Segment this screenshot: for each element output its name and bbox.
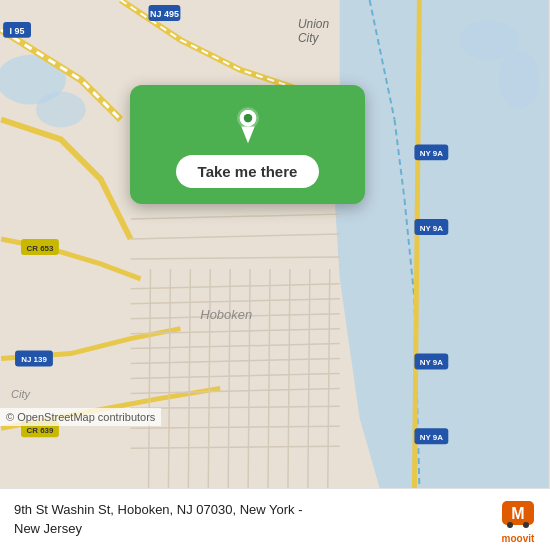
- svg-text:Hoboken: Hoboken: [200, 307, 252, 322]
- svg-text:Union: Union: [298, 17, 330, 31]
- svg-text:NY 9A: NY 9A: [420, 149, 444, 158]
- moovit-label: moovit: [502, 533, 535, 544]
- svg-text:M: M: [511, 505, 524, 522]
- app: I 95 NJ 495 CR 653 NJ 139 CR 639 NY 9A N…: [0, 0, 550, 550]
- moovit-logo-icon: M: [500, 495, 536, 531]
- svg-text:NY 9A: NY 9A: [420, 224, 444, 233]
- svg-point-5: [499, 50, 539, 110]
- map-container[interactable]: I 95 NJ 495 CR 653 NJ 139 CR 639 NY 9A N…: [0, 0, 550, 488]
- svg-text:CR 639: CR 639: [26, 426, 54, 435]
- svg-text:NJ 495: NJ 495: [150, 9, 179, 19]
- map-attribution: © OpenStreetMap contributors: [0, 408, 161, 426]
- svg-point-62: [243, 114, 251, 122]
- svg-text:CR 653: CR 653: [26, 244, 54, 253]
- svg-point-65: [507, 522, 513, 528]
- svg-text:NY 9A: NY 9A: [420, 359, 444, 368]
- svg-text:NY 9A: NY 9A: [420, 433, 444, 442]
- take-me-there-button[interactable]: Take me there: [176, 155, 320, 188]
- pin-icon: [227, 103, 269, 145]
- moovit-logo: M moovit: [500, 495, 536, 544]
- address-text: 9th St Washin St, Hoboken, NJ 07030, New…: [14, 501, 488, 537]
- svg-text:City: City: [298, 31, 320, 45]
- svg-text:NJ 139: NJ 139: [21, 356, 47, 365]
- svg-text:I 95: I 95: [10, 26, 25, 36]
- svg-point-3: [36, 92, 86, 128]
- svg-text:City: City: [11, 388, 31, 400]
- location-card: Take me there: [130, 85, 365, 204]
- svg-point-66: [523, 522, 529, 528]
- svg-marker-61: [241, 127, 254, 144]
- bottom-bar: 9th St Washin St, Hoboken, NJ 07030, New…: [0, 488, 550, 550]
